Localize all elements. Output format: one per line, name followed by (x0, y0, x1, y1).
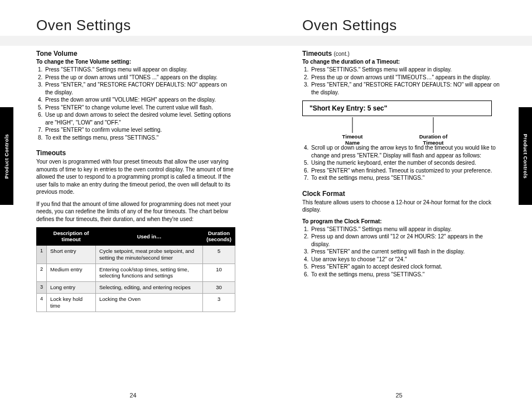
step: To exit the settings menu, press "SETTIN… (44, 134, 235, 142)
steps-clock: Press "SETTINGS." Settings menu will app… (302, 226, 501, 279)
step: Press "ENTER," and "RESTORE FACTORY DEFA… (310, 81, 501, 96)
step: To exit the settings menu, press "SETTIN… (310, 271, 501, 279)
callout-lines-icon (302, 117, 492, 136)
step: Press "ENTER," and "RESTORE FACTORY DEFA… (44, 81, 235, 96)
page-25: Oven Settings Timeouts (cont.) To change… (266, 0, 532, 412)
steps-timeout-cont-2: Scroll up or down using the arrow keys t… (302, 144, 501, 182)
callout-timeout-name: Timeout Name (327, 134, 378, 146)
step: Using the numeric keyboard, enter the nu… (310, 159, 501, 167)
page-title: Oven Settings (36, 17, 235, 34)
step: Press "SETTINGS." Settings menu will app… (310, 226, 501, 233)
step: Press the down arrow until "VOLUME: HIGH… (44, 96, 235, 104)
heading-clock-format: Clock Format (302, 190, 501, 198)
clock-p1: This feature allows users to choose a 12… (302, 199, 501, 214)
page-24: Oven Settings Tone Volume To change the … (0, 0, 266, 412)
heading-timeouts: Timeouts (36, 149, 235, 157)
step: Press "SETTINGS." Settings menu will app… (44, 66, 235, 74)
step: Press "ENTER" again to accept desired cl… (310, 263, 501, 271)
step: Press "ENTER" when finished. Timeout is … (310, 167, 501, 175)
step: Press the up or down arrows until "TONES… (44, 74, 235, 82)
step: Press "ENTER" and the current setting wi… (310, 248, 501, 256)
page-number: 24 (0, 392, 266, 399)
step: Scroll up or down using the arrow keys t… (310, 144, 501, 159)
table-row: 1 Short entry Cycle setpoint, meat probe… (37, 245, 235, 264)
page-title: Oven Settings (302, 17, 501, 34)
th-dur: Duration (seconds) (203, 228, 235, 246)
callout-duration: Duration of Timeout (405, 134, 461, 146)
page-number: 25 (266, 392, 532, 399)
step: Press "ENTER" to change volume level. Th… (44, 104, 235, 112)
timeouts-p2: If you find that the amount of time allo… (36, 200, 235, 223)
subheading-clock: To program the Clock Format: (302, 218, 501, 224)
display-example: "Short Key Entry: 5 sec" (302, 100, 492, 116)
timeouts-table: Description of timeout Used in… Duration… (36, 227, 235, 312)
step: Use arrow keys to choose "12" or "24." (310, 256, 501, 264)
steps-tone: Press "SETTINGS." Settings menu will app… (36, 66, 235, 141)
table-row: 2 Medium entry Entering cook/stop times,… (37, 264, 235, 282)
step: Press "ENTER" to confirm volume level se… (44, 126, 235, 134)
th-blank (37, 228, 47, 246)
step: Press up and down arrows until "12 or 24… (310, 233, 501, 248)
display-callouts: Timeout Name Duration of Timeout (302, 117, 492, 144)
timeouts-p1: Your oven is programmed with four preset… (36, 158, 235, 196)
steps-timeout-cont-1: Press "SETTINGS." Settings menu will app… (302, 66, 501, 96)
table-row: 3 Long entry Selecting, editing, and ent… (37, 282, 235, 294)
step: Press the up or down arrows until "TIMEO… (310, 74, 501, 82)
subheading-timeout-change: To change the duration of a Timeout: (302, 59, 501, 65)
table-row: 4 Lock key hold time Locking the Oven 3 (37, 294, 235, 312)
step: Use up and down arrows to select the des… (44, 111, 235, 126)
step: Press "SETTINGS." Settings menu will app… (310, 66, 501, 74)
th-used: Used in… (96, 228, 203, 246)
heading-tone-volume: Tone Volume (36, 50, 235, 58)
step: To exit the settings menu, press "SETTIN… (310, 174, 501, 182)
th-desc: Description of timeout (47, 228, 96, 246)
heading-timeouts-cont: Timeouts (cont.) (302, 50, 501, 58)
subheading-tone: To change the Tone Volume setting: (36, 59, 235, 65)
